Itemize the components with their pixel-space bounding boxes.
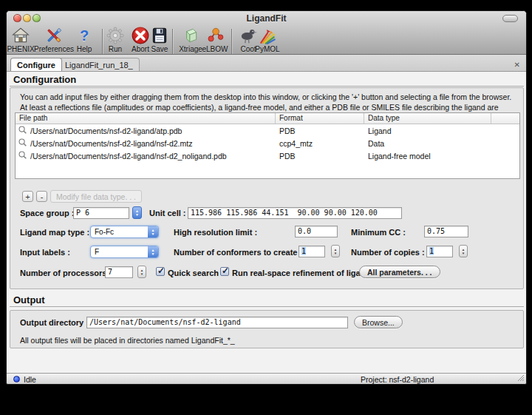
section-divider	[10, 306, 524, 307]
ligand-map-type-label: Ligand map type :	[20, 228, 89, 237]
quick-search-checkbox[interactable]	[156, 267, 165, 276]
tab-strip: Configure LigandFit_run_18_ ✕	[7, 55, 526, 72]
output-directory-field[interactable]: /Users/nat/Documents/nsf-d2-ligand	[86, 317, 348, 328]
minimum-cc-label: Minimum CC :	[351, 228, 406, 237]
format-cell: PDB	[276, 126, 364, 135]
ligand-map-type-value: Fo-Fc	[91, 228, 148, 236]
column-header-format[interactable]: Format	[276, 113, 364, 124]
magnifier-icon	[18, 150, 27, 161]
title-toolbar-area: LigandFit PHENIX	[7, 11, 526, 55]
input-labels-dropdown[interactable]: F	[90, 246, 159, 258]
magnifier-icon	[18, 125, 27, 136]
table-row[interactable]: /Users/nat/Documents/nsf-d2-ligand/nsf-d…	[16, 149, 519, 162]
pymol-arrows-icon	[258, 26, 277, 45]
real-space-refinement-checkbox[interactable]	[220, 267, 229, 276]
file-path-cell: /Users/nat/Documents/nsf-d2-ligand/nsf-d…	[30, 139, 192, 148]
processors-label: Number of processors :	[20, 269, 112, 277]
output-panel: Output directory : /Users/nat/Documents/…	[10, 310, 524, 348]
ligandfit-window: LigandFit PHENIX	[6, 10, 527, 385]
project-label: Project: nsf-d2-ligand	[361, 375, 434, 384]
file-path-cell: /Users/nat/Documents/nsf-d2-ligand/nsf-d…	[30, 152, 227, 161]
status-led-icon	[13, 376, 20, 382]
tab-run-label: LigandFit_run_18_	[65, 61, 133, 70]
data-type-cell: Data	[364, 139, 491, 148]
space-group-field[interactable]: P 6	[73, 207, 129, 219]
output-heading: Output	[13, 294, 45, 306]
chevron-updown-icon	[148, 226, 158, 237]
space-group-stepper[interactable]	[132, 206, 142, 219]
space-group-label: Space group :	[20, 209, 74, 217]
conformers-label: Number of conformers to create :	[174, 248, 302, 257]
output-directory-label: Output directory :	[20, 318, 89, 327]
magnifier-icon	[18, 138, 27, 149]
chevron-updown-icon	[148, 246, 158, 257]
close-tab-icon[interactable]: ✕	[514, 61, 520, 69]
format-cell: PDB	[276, 152, 364, 161]
conformers-field[interactable]: 1	[299, 246, 325, 257]
table-row[interactable]: /Users/nat/Documents/nsf-d2-ligand/nsf-d…	[16, 137, 519, 149]
output-note: All output files will be placed in direc…	[20, 336, 235, 345]
status-bar: Idle Project: nsf-d2-ligand	[7, 373, 526, 385]
quick-search-label: Quick search	[168, 269, 219, 277]
toolbar-label-save: Save	[151, 45, 168, 53]
input-labels-value: F	[91, 248, 148, 256]
section-divider	[10, 86, 524, 87]
real-space-refinement-label: Run real-space refinement of ligand	[232, 269, 370, 277]
input-labels-label: Input labels :	[20, 248, 70, 257]
toolbar-toggle-button[interactable]	[502, 15, 518, 22]
column-header-spacer	[491, 113, 519, 124]
ligand-map-type-dropdown[interactable]: Fo-Fc	[90, 226, 159, 238]
tab-configure[interactable]: Configure	[10, 58, 62, 71]
tab-configure-label: Configure	[17, 61, 55, 70]
help-question-icon: ?	[80, 26, 89, 45]
copies-field[interactable]: 1	[426, 246, 453, 257]
desktop-background: LigandFit PHENIX	[0, 0, 532, 415]
column-header-file-path[interactable]: File path	[16, 113, 276, 124]
file-path-cell: /Users/nat/Documents/nsf-d2-ligand/atp.p…	[30, 126, 182, 135]
phenix-house-icon	[11, 26, 30, 45]
browse-button[interactable]: Browse...	[354, 316, 403, 328]
configuration-heading: Configuration	[13, 74, 76, 85]
configure-page: Configuration You can add input files by…	[7, 72, 526, 373]
data-type-cell: Ligand	[364, 126, 491, 135]
input-files-table[interactable]: File path Format Data type /Users/nat/Do…	[15, 112, 520, 179]
elbow-molecule-icon	[205, 26, 225, 45]
conformers-stepper[interactable]	[331, 245, 340, 257]
high-resolution-limit-label: High resolution limit :	[174, 228, 257, 237]
high-resolution-limit-field[interactable]: 0.0	[295, 226, 338, 237]
data-type-cell: Ligand-free model	[364, 152, 491, 161]
toolbar-button-pymol[interactable]: PyMOL	[244, 26, 291, 53]
processors-stepper[interactable]	[137, 266, 146, 278]
format-cell: ccp4_mtz	[276, 139, 364, 148]
unit-cell-label: Unit cell :	[149, 209, 186, 217]
table-row[interactable]: /Users/nat/Documents/nsf-d2-ligand/atp.p…	[16, 124, 519, 137]
copies-stepper[interactable]	[459, 245, 468, 257]
column-header-data-type[interactable]: Data type	[364, 113, 491, 124]
minimum-cc-field[interactable]: 0.75	[424, 226, 468, 237]
processors-field[interactable]: 7	[105, 266, 133, 278]
configuration-panel: You can add input files by either draggi…	[10, 87, 524, 289]
resize-grip[interactable]	[516, 374, 525, 383]
unit-cell-field[interactable]: 115.986 115.986 44.151 90.00 90.00 120.0…	[188, 207, 402, 219]
file-table-header: File path Format Data type	[16, 113, 519, 124]
modify-file-data-type-button[interactable]: Modify file data type. . .	[50, 190, 142, 203]
all-parameters-button[interactable]: All parameters. . .	[359, 266, 440, 278]
remove-file-button[interactable]: -	[36, 191, 47, 202]
status-text: Idle	[24, 375, 36, 384]
tab-ligandfit-run-18[interactable]: LigandFit_run_18_	[58, 58, 140, 71]
copies-label: Number of copies :	[351, 248, 425, 257]
toolbar-label-help: Help	[77, 45, 92, 53]
window-title: LigandFit	[7, 13, 526, 24]
add-file-button[interactable]: +	[22, 191, 33, 202]
toolbar-label-pymol: PyMOL	[255, 45, 279, 53]
